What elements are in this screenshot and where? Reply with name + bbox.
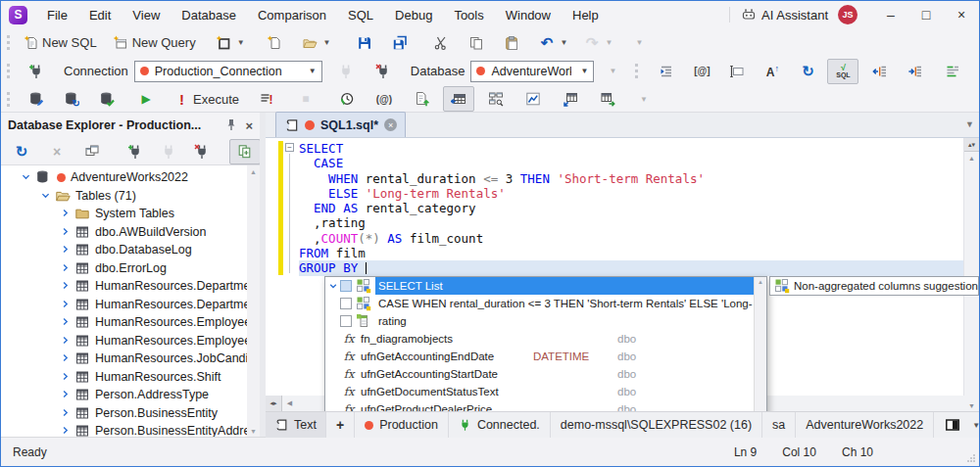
tree-item[interactable]: dbo.AWBuildVersion bbox=[1, 223, 260, 242]
item-checkbox[interactable] bbox=[340, 315, 352, 327]
item-checkbox[interactable] bbox=[340, 298, 352, 309]
autocomplete-item[interactable]: rating bbox=[325, 312, 754, 330]
chevron-collapsed-icon[interactable] bbox=[60, 352, 72, 364]
user-badge[interactable]: JS bbox=[838, 5, 858, 24]
chevron-down-icon[interactable]: ▼ bbox=[581, 67, 589, 75]
docbar-options-dropdown[interactable]: ▼ bbox=[970, 412, 980, 438]
disconnect-button[interactable] bbox=[186, 139, 218, 164]
add-view-button[interactable]: + bbox=[326, 412, 355, 438]
refresh-code-button[interactable]: ↻ bbox=[792, 59, 823, 84]
cut-button[interactable] bbox=[425, 30, 457, 56]
resize-grip[interactable] bbox=[966, 453, 976, 463]
scroll-left-icon[interactable]: ◀ bbox=[282, 399, 297, 407]
close-tab-icon[interactable]: × bbox=[384, 118, 397, 131]
connect-button[interactable] bbox=[330, 59, 362, 84]
chevron-collapsed-icon[interactable] bbox=[60, 335, 72, 347]
attach-grid-button[interactable] bbox=[443, 86, 474, 112]
chevron-collapsed-icon[interactable] bbox=[60, 208, 72, 219]
tree-item[interactable]: HumanResources.EmployeePay bbox=[1, 332, 260, 350]
tree-item[interactable]: HumanResources.JobCandidate bbox=[1, 350, 260, 368]
autocomplete-item[interactable]: fxufnGetDocumentStatusTextdbo bbox=[325, 383, 754, 400]
tree-item[interactable]: Person.BusinessEntityAddress bbox=[1, 422, 260, 438]
pin-icon[interactable] bbox=[222, 117, 239, 134]
tree-item[interactable]: HumanResources.Department_ bbox=[1, 296, 260, 314]
menu-window[interactable]: Window bbox=[495, 1, 562, 28]
tab-text-view[interactable]: Text bbox=[266, 412, 326, 438]
save-all-button[interactable] bbox=[384, 30, 416, 56]
copy-button[interactable] bbox=[461, 30, 492, 56]
connected-status[interactable]: Connected. bbox=[449, 412, 551, 438]
stop-button[interactable]: ■ bbox=[290, 86, 321, 112]
chevron-down-icon[interactable]: ▼ bbox=[605, 38, 612, 47]
code-line[interactable]: ,COUNT(*) AS film_count bbox=[299, 231, 964, 246]
menu-database[interactable]: Database bbox=[171, 1, 247, 28]
chevron-collapsed-icon[interactable] bbox=[60, 425, 72, 437]
autocomplete-item[interactable]: fxfn_diagramobjectsdbo bbox=[325, 330, 754, 348]
chevron-expanded-icon[interactable] bbox=[325, 281, 340, 291]
menu-help[interactable]: Help bbox=[562, 1, 610, 28]
chevron-down-icon[interactable]: ▼ bbox=[237, 38, 245, 47]
close-panel-icon[interactable]: × bbox=[245, 118, 253, 133]
menu-edit[interactable]: Edit bbox=[78, 1, 122, 28]
code-line[interactable]: CASE bbox=[299, 156, 964, 170]
open-file-button[interactable]: ▼ bbox=[298, 30, 335, 56]
vertical-scrollbar[interactable]: ▴▾ ▲ ▼ bbox=[963, 138, 979, 411]
code-line[interactable]: ELSE 'Long-term Rentals' bbox=[299, 186, 964, 201]
close-button[interactable]: × bbox=[944, 1, 979, 28]
scroll-down-icon[interactable]: ▼ bbox=[247, 428, 260, 435]
chevron-expanded-icon[interactable] bbox=[21, 171, 32, 183]
new-document-button[interactable]: ▼ bbox=[212, 30, 249, 56]
chevron-collapsed-icon[interactable] bbox=[60, 226, 72, 238]
execute-button[interactable]: !Execute bbox=[170, 86, 243, 112]
tree-item[interactable]: System Tables bbox=[1, 205, 260, 223]
toolbar-grip[interactable] bbox=[7, 64, 13, 78]
ai-assistant-button[interactable]: AI Assistant bbox=[761, 8, 828, 23]
toolbar-grip[interactable] bbox=[635, 64, 641, 78]
undo-button[interactable]: ↶▼ bbox=[535, 30, 572, 56]
menu-comparison[interactable]: Comparison bbox=[247, 1, 337, 28]
delete-button[interactable]: × bbox=[41, 139, 73, 164]
tree-item[interactable]: Tables (71) bbox=[1, 187, 260, 206]
connection-select[interactable]: Production_Connection▼ bbox=[134, 61, 322, 82]
scroll-up-icon[interactable]: ▲ bbox=[755, 279, 766, 285]
scroll-up-icon[interactable]: ▲ bbox=[964, 152, 979, 162]
tree-item[interactable]: Person.AddressType bbox=[1, 386, 260, 404]
rename-button[interactable] bbox=[721, 59, 753, 84]
edit-database-button[interactable] bbox=[21, 86, 52, 112]
chevron-collapsed-icon[interactable] bbox=[60, 262, 72, 274]
chart-button[interactable] bbox=[517, 86, 549, 112]
autocomplete-item[interactable]: fxufnGetAccountingEndDateDATETIMEdbo bbox=[325, 348, 754, 365]
new-connection-button[interactable] bbox=[120, 139, 151, 164]
popup-scrollbar[interactable]: ▲ ▼ bbox=[754, 277, 766, 418]
query-builder-button[interactable] bbox=[480, 86, 512, 112]
scroll-down-icon[interactable]: ▼ bbox=[964, 402, 979, 409]
menu-view[interactable]: View bbox=[122, 1, 171, 28]
menu-file[interactable]: File bbox=[36, 1, 78, 28]
history-button[interactable] bbox=[331, 86, 363, 112]
autocomplete-item[interactable]: CASE WHEN rental_duration <= 3 THEN 'Sho… bbox=[325, 295, 754, 312]
export-data-button[interactable] bbox=[592, 86, 623, 112]
execute-script-button[interactable]: ! bbox=[251, 86, 282, 112]
tree-item[interactable]: AdventureWorks2022 bbox=[1, 168, 260, 187]
refresh-database-button[interactable]: ↻ bbox=[56, 86, 87, 112]
disconnect-button[interactable] bbox=[368, 59, 399, 84]
explorer-tree[interactable]: AdventureWorks2022Tables (71)System Tabl… bbox=[1, 165, 260, 438]
connection-status[interactable]: Production bbox=[355, 412, 449, 438]
redo-button[interactable]: ↷▼ bbox=[579, 30, 616, 56]
increase-indent-button[interactable] bbox=[900, 59, 931, 84]
chevron-collapsed-icon[interactable] bbox=[60, 407, 72, 419]
toolbar-grip[interactable] bbox=[7, 92, 13, 107]
user-name[interactable]: sa bbox=[762, 412, 796, 438]
chevron-collapsed-icon[interactable] bbox=[60, 280, 72, 292]
macros-button[interactable]: [@] bbox=[686, 59, 717, 84]
wrap-button[interactable]: ? bbox=[974, 59, 980, 84]
code-line[interactable]: GROUP BY bbox=[299, 260, 964, 275]
parameters-button[interactable]: (@) bbox=[368, 86, 400, 112]
code-line[interactable]: SELECT bbox=[299, 141, 964, 156]
tree-item[interactable]: Person.BusinessEntity bbox=[1, 404, 260, 423]
execute-options-dropdown[interactable]: ▼ bbox=[627, 86, 659, 112]
refresh-explorer-button[interactable]: ↻ bbox=[6, 139, 37, 164]
import-data-button[interactable] bbox=[555, 86, 586, 112]
validate-sql-button[interactable]: √SQL bbox=[827, 59, 858, 84]
duplicate-object-button[interactable] bbox=[229, 139, 261, 164]
